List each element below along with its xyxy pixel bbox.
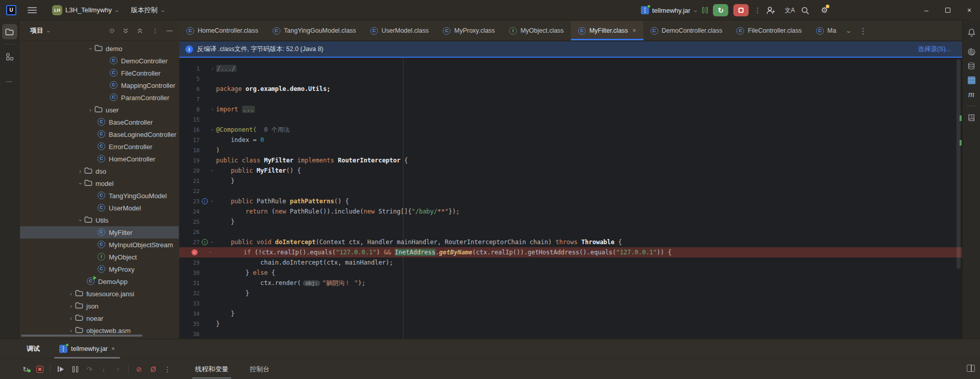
plugin-grid-icon[interactable]	[964, 73, 979, 87]
tab-ma[interactable]: CMa	[809, 21, 843, 40]
ai-swirl-icon[interactable]	[964, 44, 979, 59]
breakpoint-icon[interactable]: ✓	[192, 249, 198, 255]
tree-item-filecontroller[interactable]: CFileController	[20, 67, 179, 79]
stop-button[interactable]	[733, 4, 749, 16]
choose-sources-link[interactable]: 选择源(S)...	[918, 45, 951, 54]
tree-item-myobject[interactable]: IMyObject	[20, 251, 179, 263]
fold-open-icon[interactable]: ›	[210, 239, 215, 246]
code-line-1[interactable]: 1›/.../	[179, 63, 962, 74]
tree-item-demoapp[interactable]: CDemoApp	[20, 275, 179, 288]
search-icon[interactable]	[801, 6, 813, 15]
code-line-29[interactable]: 29 chain.doIntercept(ctx, mainHandler);	[179, 257, 962, 268]
main-menu-icon[interactable]	[28, 7, 37, 13]
mute-breakpoints-icon[interactable]: Ø	[146, 365, 160, 373]
window-maximize-button[interactable]	[937, 0, 959, 20]
fold-open-icon[interactable]: ›	[210, 126, 215, 133]
tree-item-json[interactable]: ›json	[20, 300, 179, 312]
chevron-right-icon[interactable]: ›	[67, 328, 75, 334]
chevron-down-icon[interactable]: ›	[78, 216, 83, 224]
chevron-right-icon[interactable]: ›	[67, 316, 75, 321]
dictionary-book-icon[interactable]: A	[964, 110, 979, 125]
add-user-icon[interactable]	[766, 6, 778, 15]
tab-homecontroller-class[interactable]: CHomeController.class	[179, 21, 266, 40]
code-line-31[interactable]: 31 ctx.render(obj:"躺阴沟！ ");	[179, 278, 962, 288]
tree-item-tangyinggoumodel[interactable]: CTangYingGouModel	[20, 190, 179, 202]
code-line-20[interactable]: 20› public MyFilter() {	[179, 165, 962, 176]
code-line-27[interactable]: 27↑› public void doIntercept(Context ctx…	[179, 237, 962, 247]
restart-debug-button[interactable]: ↻	[713, 4, 728, 16]
chevron-down-icon[interactable]: ⌄	[45, 28, 51, 33]
tab-filecontroller-class[interactable]: CFileController.class	[729, 21, 809, 40]
tree-item-errorcontroller[interactable]: CErrorController	[20, 140, 179, 153]
fold-closed-icon[interactable]: ›	[209, 66, 216, 71]
database-icon[interactable]	[964, 59, 979, 73]
code-line-36[interactable]: 36	[179, 329, 962, 339]
project-tool-button[interactable]	[2, 24, 17, 39]
debug-session-tab[interactable]: tellmewhy.jar ×	[54, 339, 120, 359]
tree-item-utils[interactable]: ›Utils	[20, 214, 179, 226]
code-line-21[interactable]: 21 }	[179, 176, 962, 186]
code-line-22[interactable]: 22	[179, 186, 962, 196]
code-line-35[interactable]: 35}	[179, 319, 962, 329]
code-line-23[interactable]: 23↑› public PathRule pathPatterns() {	[179, 196, 962, 206]
tree-item-demo[interactable]: ›demo	[20, 42, 179, 55]
fold-open-icon[interactable]: ›	[208, 249, 213, 256]
more-options-icon[interactable]: ⋮	[151, 27, 159, 34]
code-line-25[interactable]: 25 }	[179, 217, 962, 227]
code-line-24[interactable]: 24 return (new PathRule()).include(new S…	[179, 206, 962, 217]
code-editor[interactable]: 1›/.../56package org.example.demo.Utils;…	[179, 58, 962, 339]
view-breakpoints-icon[interactable]: ⊘	[132, 365, 146, 373]
tree-item-myinputobjectstream[interactable]: CMyInputObjectStream	[20, 239, 179, 251]
chevron-right-icon[interactable]: ›	[67, 303, 75, 309]
tree-item-fusesource-jansi[interactable]: ›fusesource.jansi	[20, 288, 179, 300]
close-icon[interactable]: ×	[111, 345, 115, 352]
close-icon[interactable]: ×	[633, 27, 636, 34]
code-line-7[interactable]: 7	[179, 94, 962, 104]
tree-item-mappingcontroller[interactable]: CMappingController	[20, 79, 179, 91]
step-out-icon[interactable]: ↑	[111, 365, 125, 373]
structure-tool-button[interactable]	[2, 49, 17, 64]
fold-closed-icon[interactable]: ›	[209, 107, 216, 112]
rerun-button[interactable]: ↻	[18, 365, 33, 373]
stop-debug-button[interactable]	[33, 366, 47, 373]
layout-settings-icon[interactable]	[967, 365, 975, 372]
code-line-33[interactable]: 33	[179, 298, 962, 309]
fold-open-icon[interactable]: ›	[210, 198, 215, 205]
code-line-8[interactable]: 8›import ...	[179, 104, 962, 114]
locate-icon[interactable]	[108, 27, 116, 34]
chevron-down-icon[interactable]: ›	[78, 179, 83, 187]
tab-myfilter-class[interactable]: CMyFilter.class×	[571, 21, 643, 40]
tree-item-myfilter[interactable]: CMyFilter	[20, 226, 179, 239]
tab-usermodel-class[interactable]: CUserModel.class	[363, 21, 436, 40]
code-line-15[interactable]: 15	[179, 114, 962, 125]
more-tools-button[interactable]: ⋯	[2, 74, 17, 89]
chevron-right-icon[interactable]: ›	[76, 169, 84, 174]
chevron-down-icon[interactable]: ›	[88, 44, 93, 53]
pause-debug-button[interactable]	[68, 366, 82, 372]
project-widget[interactable]: LH L3H_Tellmywhy ⌄	[49, 4, 122, 17]
tree-item-myproxy[interactable]: CMyProxy	[20, 263, 179, 275]
more-debug-actions-icon[interactable]: ⋮	[160, 365, 175, 373]
code-line-28[interactable]: ✓› if (!ctx.realIp().equals("127.0.0.1")…	[179, 247, 962, 257]
notifications-bell-icon[interactable]	[964, 25, 979, 39]
tree-item-dso[interactable]: ›dso	[20, 165, 179, 177]
editor-vertical-scrollbar[interactable]	[957, 59, 961, 269]
tree-item-basecontroller[interactable]: CBaseController	[20, 116, 179, 128]
tab-democontroller-class[interactable]: CDemoController.class	[643, 21, 730, 40]
tab-console[interactable]: 控制台	[247, 359, 273, 379]
run-config-selector[interactable]: tellmewhy.jar ⌄	[641, 6, 697, 14]
code-line-34[interactable]: 34 }	[179, 309, 962, 319]
code-line-5[interactable]: 5	[179, 74, 962, 84]
tree-item-democontroller[interactable]: CDemoController	[20, 55, 179, 67]
tree-item-usermodel[interactable]: CUserModel	[20, 202, 179, 214]
tree-item-noear[interactable]: ›noear	[20, 312, 179, 324]
code-line-19[interactable]: 19public class MyFilter implements Route…	[179, 155, 962, 165]
maven-icon[interactable]: m	[964, 87, 979, 102]
settings-gear-icon[interactable]: ⚙	[818, 6, 830, 15]
code-line-18[interactable]: 18)	[179, 145, 962, 155]
tree-item-baseloginedcontroller[interactable]: CBaseLoginedController	[20, 128, 179, 140]
chevron-right-icon[interactable]: ›	[86, 107, 94, 113]
collapse-all-icon[interactable]	[137, 27, 145, 34]
tree-horizontal-scrollbar[interactable]	[21, 335, 142, 337]
window-minimize-button[interactable]: –	[916, 0, 937, 20]
